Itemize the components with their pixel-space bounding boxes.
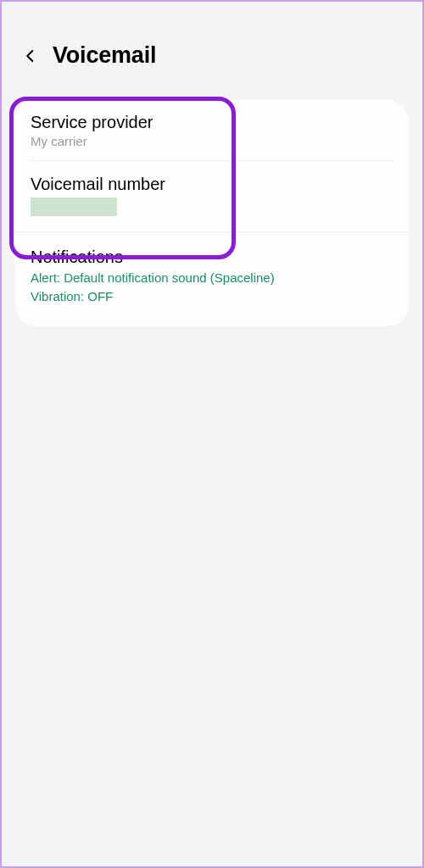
page-header: Voicemail [2, 2, 422, 92]
service-provider-label: Service provider [31, 113, 393, 132]
voicemail-number-item[interactable]: Voicemail number [15, 161, 409, 231]
notifications-vibration: Vibration: OFF [31, 287, 393, 306]
back-icon[interactable] [19, 44, 42, 68]
service-provider-value: My carrier [31, 134, 393, 148]
service-provider-item[interactable]: Service provider My carrier [15, 99, 409, 160]
notifications-item[interactable]: Notifications Alert: Default notificatio… [15, 232, 409, 326]
settings-card: Service provider My carrier Voicemail nu… [15, 99, 409, 326]
page-title: Voicemail [53, 42, 156, 69]
voicemail-number-label: Voicemail number [31, 175, 393, 194]
notifications-label: Notifications [31, 248, 393, 267]
notifications-alert: Alert: Default notification sound (Space… [31, 269, 393, 287]
voicemail-number-redacted [31, 198, 117, 216]
